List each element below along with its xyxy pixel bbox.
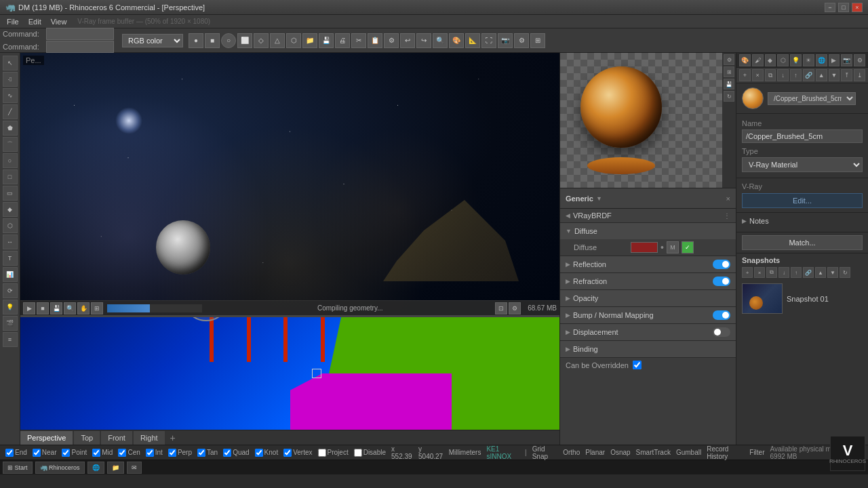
refraction-header[interactable]: ▶ Refraction <box>560 273 736 289</box>
menu-file[interactable]: File <box>3 16 23 27</box>
bump-header[interactable]: ▶ Bump / Normal Mapping <box>560 307 736 323</box>
tab-add[interactable]: + <box>166 431 180 445</box>
snap-end[interactable]: End <box>5 449 27 457</box>
fr-up[interactable]: ▲ <box>816 69 827 81</box>
snap-add[interactable]: + <box>742 267 753 278</box>
snap-project[interactable]: Project <box>318 449 349 457</box>
lt-dim[interactable]: ↔ <box>3 235 18 249</box>
vp-play[interactable]: ▶ <box>23 302 35 314</box>
lt-analyze[interactable]: 📊 <box>3 267 18 282</box>
taskbar-chrome[interactable]: 🌐 <box>87 462 104 474</box>
lt-poly[interactable]: ⬟ <box>3 121 18 136</box>
tab-perspective[interactable]: Perspective <box>20 431 73 445</box>
snap-point[interactable]: Point <box>62 449 87 457</box>
snap-vertex[interactable]: Vertex <box>283 449 312 457</box>
snapshot-item[interactable]: Snapshot 01 <box>742 281 863 317</box>
fr-paint[interactable]: 🖌 <box>752 54 764 66</box>
taskbar-explorer[interactable]: 📁 <box>107 462 124 474</box>
fr-env[interactable]: 🌐 <box>816 54 827 66</box>
mini-settings[interactable]: ⚙ <box>724 54 734 65</box>
mini-expand[interactable]: ⊞ <box>724 66 734 77</box>
lt-transform[interactable]: ⟳ <box>3 283 18 298</box>
toolbar-btn-1[interactable]: ● <box>189 33 203 48</box>
command-input-2[interactable] <box>46 41 114 53</box>
fr-delete[interactable]: × <box>752 69 764 81</box>
toolbar-btn-16[interactable]: 🔍 <box>433 33 448 48</box>
toolbar-btn-10[interactable]: 🖨 <box>335 33 350 48</box>
diffuse-check[interactable]: ✓ <box>682 241 694 253</box>
toolbar-btn-19[interactable]: ⛶ <box>481 33 496 48</box>
bump-toggle[interactable] <box>713 310 730 320</box>
edit-button[interactable]: Edit... <box>742 193 863 208</box>
snap-perp[interactable]: Perp <box>168 449 192 457</box>
fr-texture[interactable]: ⬡ <box>777 54 789 66</box>
refraction-toggle[interactable] <box>713 277 730 286</box>
toolbar-btn-9[interactable]: 💾 <box>319 33 334 48</box>
menu-view[interactable]: View <box>47 16 71 27</box>
toolbar-btn-7[interactable]: ⬡ <box>286 33 301 48</box>
fr-top-b[interactable]: ⤒ <box>841 69 852 81</box>
color-mode-dropdown[interactable]: RGB color <box>122 34 183 47</box>
snap-del[interactable]: × <box>754 267 765 278</box>
snap-int[interactable]: Int <box>146 449 163 457</box>
snap-knot[interactable]: Knot <box>255 449 279 457</box>
snap-cen[interactable]: Cen <box>118 449 140 457</box>
minimize-button[interactable]: − <box>825 3 835 12</box>
fr-dup[interactable]: ⧉ <box>765 69 776 81</box>
mini-save[interactable]: 💾 <box>724 79 734 89</box>
diffuse-dot[interactable]: • <box>660 242 664 253</box>
toolbar-btn-12[interactable]: 📋 <box>368 33 382 48</box>
lt-arc[interactable]: ⌒ <box>3 137 18 152</box>
mat-header-close[interactable]: × <box>726 195 730 203</box>
fr-import[interactable]: ↓ <box>777 69 789 81</box>
tab-top[interactable]: Top <box>74 431 100 445</box>
tab-right[interactable]: Right <box>134 431 165 445</box>
vp-fit[interactable]: ⊞ <box>91 302 103 314</box>
toolbar-btn-camera[interactable]: 📷 <box>498 33 513 48</box>
vp-zoom[interactable]: 🔍 <box>64 302 76 314</box>
mini-refresh[interactable]: ↻ <box>724 91 734 102</box>
snap-disable[interactable]: Disable <box>354 449 386 457</box>
ortho-label[interactable]: Ortho <box>563 449 580 456</box>
match-button[interactable]: Match... <box>742 235 863 250</box>
opacity-header[interactable]: ▶ Opacity <box>560 290 736 306</box>
grid-snap-label[interactable]: Grid Snap <box>532 445 558 460</box>
toolbar-btn-18[interactable]: 📐 <box>465 33 480 48</box>
fr-add[interactable]: + <box>739 69 751 81</box>
mat-header-expand[interactable]: ▼ <box>596 195 602 202</box>
bottom-viewport[interactable] <box>20 317 559 430</box>
lt-line[interactable]: ╱ <box>3 104 18 119</box>
fr-light[interactable]: 💡 <box>790 54 802 66</box>
binding-header[interactable]: ▶ Binding <box>560 341 736 357</box>
snap-mid[interactable]: Mid <box>92 449 113 457</box>
notes-toggle[interactable]: ▶ Notes <box>742 217 863 225</box>
reflection-header[interactable]: ▶ Reflection <box>560 256 736 272</box>
snap-up[interactable]: ▲ <box>815 267 826 278</box>
toolbar-btn-11[interactable]: ✂ <box>351 33 366 48</box>
record-history-label[interactable]: Record History <box>707 445 744 460</box>
lt-point[interactable]: ·⃝ <box>3 72 18 87</box>
type-dropdown[interactable]: V-Ray Material <box>742 157 863 172</box>
fr-material[interactable]: ◆ <box>765 54 776 66</box>
fr-down[interactable]: ▼ <box>829 69 840 81</box>
toolbar-btn-grid[interactable]: ⊞ <box>530 33 545 48</box>
displacement-header[interactable]: ▶ Displacement <box>560 324 736 340</box>
snap-dup[interactable]: ⧉ <box>766 267 777 278</box>
toolbar-btn-2[interactable]: ■ <box>205 33 220 48</box>
lt-render[interactable]: 🎬 <box>3 316 18 331</box>
menu-edit[interactable]: Edit <box>24 16 45 27</box>
name-input[interactable] <box>742 129 863 143</box>
snap-link[interactable]: 🔗 <box>803 267 814 278</box>
maximize-button[interactable]: □ <box>838 3 849 12</box>
mat-name-select[interactable]: /Copper_Brushed_5cm <box>768 92 856 105</box>
snap-refresh[interactable]: ↻ <box>840 267 850 278</box>
taskbar-rhinoceros[interactable]: 🦏 Rhinoceros <box>35 462 85 474</box>
snap-import[interactable]: ↓ <box>778 267 789 278</box>
snap-export[interactable]: ↑ <box>791 267 802 278</box>
toolbar-btn-17[interactable]: 🎨 <box>449 33 464 48</box>
lt-circle[interactable]: ○ <box>3 153 18 168</box>
lt-mesh[interactable]: ⬡ <box>3 218 18 233</box>
override-checkbox[interactable] <box>633 361 642 369</box>
smarttrack-label[interactable]: SmartTrack <box>636 449 671 456</box>
diffuse-map-btn[interactable]: M <box>667 241 679 253</box>
